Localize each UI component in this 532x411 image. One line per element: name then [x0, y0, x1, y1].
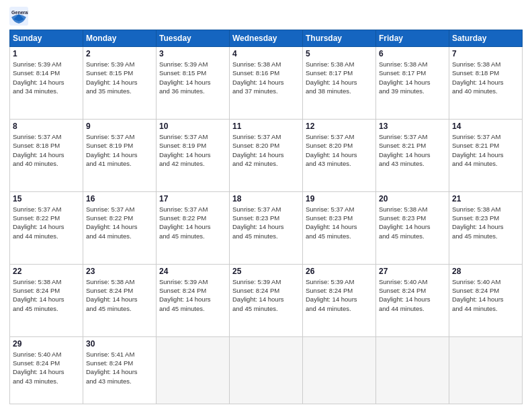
calendar-cell: 12Sunrise: 5:37 AMSunset: 8:20 PMDayligh… — [303, 119, 376, 191]
page: General Sunday Monday Tuesday Wednesday … — [0, 0, 532, 411]
day-info: Sunrise: 5:38 AMSunset: 8:24 PMDaylight:… — [86, 277, 153, 313]
day-number: 15 — [13, 194, 80, 203]
day-info: Sunrise: 5:37 AMSunset: 8:21 PMDaylight:… — [452, 132, 519, 168]
logo: General — [9, 7, 31, 26]
calendar-cell: 9Sunrise: 5:37 AMSunset: 8:19 PMDaylight… — [83, 119, 157, 191]
day-number: 9 — [86, 122, 153, 131]
day-number: 23 — [86, 267, 153, 276]
calendar-cell — [303, 336, 376, 404]
header-sunday: Sunday — [10, 30, 83, 47]
calendar-cell — [230, 336, 303, 404]
header-tuesday: Tuesday — [157, 30, 230, 47]
calendar-cell: 28Sunrise: 5:40 AMSunset: 8:24 PMDayligh… — [449, 264, 523, 336]
day-info: Sunrise: 5:40 AMSunset: 8:24 PMDaylight:… — [452, 277, 519, 313]
header-wednesday: Wednesday — [230, 30, 303, 47]
day-info: Sunrise: 5:39 AMSunset: 8:24 PMDaylight:… — [306, 277, 373, 313]
calendar-cell: 22Sunrise: 5:38 AMSunset: 8:24 PMDayligh… — [10, 264, 83, 336]
calendar-cell — [449, 336, 523, 404]
day-number: 21 — [452, 194, 519, 203]
day-info: Sunrise: 5:39 AMSunset: 8:14 PMDaylight:… — [13, 60, 80, 95]
calendar-week-row: 22Sunrise: 5:38 AMSunset: 8:24 PMDayligh… — [10, 264, 523, 336]
calendar-cell: 6Sunrise: 5:38 AMSunset: 8:17 PMDaylight… — [376, 47, 449, 120]
calendar-cell — [376, 336, 449, 404]
day-info: Sunrise: 5:39 AMSunset: 8:24 PMDaylight:… — [159, 277, 226, 313]
day-info: Sunrise: 5:38 AMSunset: 8:24 PMDaylight:… — [13, 277, 80, 313]
calendar-cell: 26Sunrise: 5:39 AMSunset: 8:24 PMDayligh… — [303, 264, 376, 336]
day-number: 8 — [13, 122, 80, 131]
day-number: 26 — [306, 267, 373, 276]
day-number: 22 — [13, 267, 80, 276]
day-number: 25 — [232, 267, 300, 276]
day-number: 20 — [379, 194, 446, 203]
calendar-cell: 21Sunrise: 5:38 AMSunset: 8:23 PMDayligh… — [449, 191, 523, 264]
calendar-cell: 3Sunrise: 5:39 AMSunset: 8:15 PMDaylight… — [157, 47, 230, 120]
day-number: 13 — [379, 122, 446, 131]
day-info: Sunrise: 5:37 AMSunset: 8:22 PMDaylight:… — [13, 205, 80, 240]
day-info: Sunrise: 5:38 AMSunset: 8:16 PMDaylight:… — [232, 60, 300, 95]
day-info: Sunrise: 5:37 AMSunset: 8:19 PMDaylight:… — [86, 132, 153, 168]
header-saturday: Saturday — [449, 30, 523, 47]
calendar-cell: 30Sunrise: 5:41 AMSunset: 8:24 PMDayligh… — [83, 336, 157, 404]
day-info: Sunrise: 5:37 AMSunset: 8:23 PMDaylight:… — [306, 205, 373, 240]
svg-text:General: General — [11, 10, 28, 15]
day-info: Sunrise: 5:38 AMSunset: 8:17 PMDaylight:… — [379, 60, 446, 95]
day-number: 11 — [232, 122, 300, 131]
day-number: 18 — [232, 194, 300, 203]
day-info: Sunrise: 5:38 AMSunset: 8:23 PMDaylight:… — [379, 205, 446, 240]
calendar-cell: 20Sunrise: 5:38 AMSunset: 8:23 PMDayligh… — [376, 191, 449, 264]
calendar-cell: 8Sunrise: 5:37 AMSunset: 8:18 PMDaylight… — [10, 119, 83, 191]
calendar-cell: 14Sunrise: 5:37 AMSunset: 8:21 PMDayligh… — [449, 119, 523, 191]
calendar-cell: 1Sunrise: 5:39 AMSunset: 8:14 PMDaylight… — [10, 47, 83, 120]
day-number: 28 — [452, 267, 519, 276]
day-number: 1 — [13, 49, 80, 58]
day-number: 14 — [452, 122, 519, 131]
day-number: 17 — [159, 194, 226, 203]
calendar-week-row: 15Sunrise: 5:37 AMSunset: 8:22 PMDayligh… — [10, 191, 523, 264]
day-info: Sunrise: 5:37 AMSunset: 8:21 PMDaylight:… — [379, 132, 446, 168]
weekday-header-row: Sunday Monday Tuesday Wednesday Thursday… — [10, 30, 523, 47]
calendar-cell: 2Sunrise: 5:39 AMSunset: 8:15 PMDaylight… — [83, 47, 157, 120]
calendar-table: Sunday Monday Tuesday Wednesday Thursday… — [9, 30, 523, 404]
calendar-cell: 4Sunrise: 5:38 AMSunset: 8:16 PMDaylight… — [230, 47, 303, 120]
day-number: 29 — [13, 339, 80, 349]
day-info: Sunrise: 5:37 AMSunset: 8:18 PMDaylight:… — [13, 132, 80, 168]
day-info: Sunrise: 5:41 AMSunset: 8:24 PMDaylight:… — [86, 350, 153, 385]
header-friday: Friday — [376, 30, 449, 47]
calendar-cell: 17Sunrise: 5:37 AMSunset: 8:22 PMDayligh… — [157, 191, 230, 264]
calendar-cell — [157, 336, 230, 404]
day-number: 19 — [306, 194, 373, 203]
calendar-week-row: 1Sunrise: 5:39 AMSunset: 8:14 PMDaylight… — [10, 47, 523, 120]
day-number: 30 — [86, 339, 153, 349]
day-number: 2 — [86, 49, 153, 58]
day-number: 12 — [306, 122, 373, 131]
calendar-cell: 15Sunrise: 5:37 AMSunset: 8:22 PMDayligh… — [10, 191, 83, 264]
calendar-cell: 24Sunrise: 5:39 AMSunset: 8:24 PMDayligh… — [157, 264, 230, 336]
day-info: Sunrise: 5:40 AMSunset: 8:24 PMDaylight:… — [379, 277, 446, 313]
calendar-cell: 23Sunrise: 5:38 AMSunset: 8:24 PMDayligh… — [83, 264, 157, 336]
calendar-cell: 10Sunrise: 5:37 AMSunset: 8:19 PMDayligh… — [157, 119, 230, 191]
day-number: 10 — [159, 122, 226, 131]
day-number: 4 — [232, 49, 300, 58]
calendar-cell: 18Sunrise: 5:37 AMSunset: 8:23 PMDayligh… — [230, 191, 303, 264]
day-number: 16 — [86, 194, 153, 203]
day-info: Sunrise: 5:39 AMSunset: 8:15 PMDaylight:… — [159, 60, 226, 95]
day-info: Sunrise: 5:40 AMSunset: 8:24 PMDaylight:… — [13, 350, 80, 385]
day-number: 24 — [159, 267, 226, 276]
calendar-cell: 27Sunrise: 5:40 AMSunset: 8:24 PMDayligh… — [376, 264, 449, 336]
day-info: Sunrise: 5:37 AMSunset: 8:20 PMDaylight:… — [232, 132, 300, 168]
day-number: 6 — [379, 49, 446, 58]
day-info: Sunrise: 5:39 AMSunset: 8:24 PMDaylight:… — [232, 277, 300, 313]
day-info: Sunrise: 5:38 AMSunset: 8:23 PMDaylight:… — [452, 205, 519, 240]
calendar-cell: 29Sunrise: 5:40 AMSunset: 8:24 PMDayligh… — [10, 336, 83, 404]
calendar-cell: 25Sunrise: 5:39 AMSunset: 8:24 PMDayligh… — [230, 264, 303, 336]
calendar-week-row: 29Sunrise: 5:40 AMSunset: 8:24 PMDayligh… — [10, 336, 523, 404]
day-info: Sunrise: 5:38 AMSunset: 8:17 PMDaylight:… — [306, 60, 373, 95]
logo-icon: General — [9, 7, 28, 26]
calendar-cell: 16Sunrise: 5:37 AMSunset: 8:22 PMDayligh… — [83, 191, 157, 264]
day-info: Sunrise: 5:39 AMSunset: 8:15 PMDaylight:… — [86, 60, 153, 95]
calendar-week-row: 8Sunrise: 5:37 AMSunset: 8:18 PMDaylight… — [10, 119, 523, 191]
calendar-cell: 7Sunrise: 5:38 AMSunset: 8:18 PMDaylight… — [449, 47, 523, 120]
day-info: Sunrise: 5:37 AMSunset: 8:19 PMDaylight:… — [159, 132, 226, 168]
day-number: 27 — [379, 267, 446, 276]
day-info: Sunrise: 5:37 AMSunset: 8:22 PMDaylight:… — [159, 205, 226, 240]
